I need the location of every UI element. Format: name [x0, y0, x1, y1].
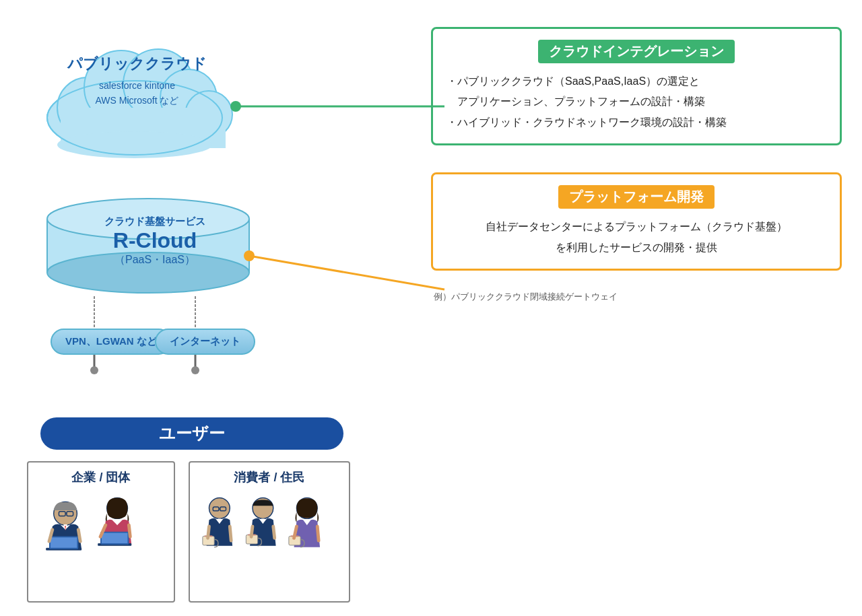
svg-point-41	[209, 498, 230, 519]
business-people-svg	[34, 491, 168, 594]
svg-line-17	[249, 256, 444, 289]
svg-rect-6	[61, 108, 226, 148]
cloud-integration-content: ・パブリッククラウド（SaaS,PaaS,IaaS）の選定と アプリケーション、…	[446, 71, 826, 133]
svg-rect-32	[51, 537, 77, 547]
internet-pill: インターネット	[155, 329, 255, 355]
platform-dev-content: 自社データセンターによるプラットフォーム（クラウド基盤） を利用したサービスの開…	[446, 217, 826, 258]
svg-line-48	[230, 526, 231, 541]
cloud-subtitle: salesforce kintone AWS Microsoft など	[67, 78, 207, 108]
user-box-consumer: 消費者 / 住民	[189, 461, 350, 603]
svg-rect-38	[102, 533, 128, 543]
svg-line-47	[208, 526, 209, 538]
main-container: パブリッククラウド salesforce kintone AWS Microso…	[0, 0, 862, 616]
user-bar: ユーザー	[40, 417, 343, 450]
svg-line-40	[129, 525, 130, 537]
cloud-integration-box: クラウドインテグレーション ・パブリッククラウド（SaaS,PaaS,IaaS）…	[431, 27, 842, 145]
svg-point-7	[57, 131, 212, 158]
svg-line-52	[251, 526, 253, 537]
svg-line-34	[78, 530, 80, 541]
platform-dev-box: プラットフォーム開発 自社データセンターによるプラットフォーム（クラウド基盤） …	[431, 172, 842, 271]
disk-label: クラウド基盤サービス	[54, 215, 256, 228]
cloud-text: パブリッククラウド salesforce kintone AWS Microso…	[67, 54, 207, 108]
user-boxes: 企業 / 団体	[27, 461, 350, 603]
info-boxes: クラウドインテグレーション ・パブリッククラウド（SaaS,PaaS,IaaS）…	[431, 27, 842, 303]
disk-name: R-Cloud	[54, 228, 256, 253]
user-box-business-title: 企業 / 団体	[71, 469, 130, 485]
consumer-people-svg	[195, 491, 343, 594]
platform-dev-note: 例）パブリッククラウド閉域接続ゲートウェイ	[434, 291, 842, 303]
svg-line-53	[273, 526, 275, 538]
platform-dev-header: プラットフォーム開発	[558, 185, 715, 209]
disk-text: クラウド基盤サービス R-Cloud （PaaS・IaaS）	[54, 215, 256, 267]
user-box-consumer-title: 消費者 / 住民	[234, 469, 304, 485]
disk-sub: （PaaS・IaaS）	[54, 253, 256, 267]
svg-line-58	[317, 526, 319, 541]
cloud-title: パブリッククラウド	[67, 54, 207, 74]
svg-point-23	[191, 366, 199, 374]
cloud-integration-header: クラウドインテグレーション	[538, 40, 735, 63]
svg-point-20	[90, 366, 98, 374]
user-box-business: 企業 / 団体	[27, 461, 175, 603]
svg-point-14	[230, 101, 241, 112]
vpn-pill: VPN、LGWAN など	[51, 329, 172, 355]
